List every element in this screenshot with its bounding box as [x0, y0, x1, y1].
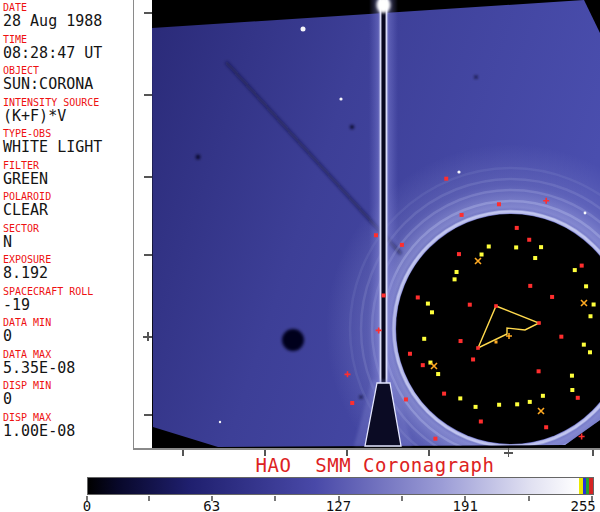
fiducial-dot: [430, 310, 434, 314]
field-value: GREEN: [3, 171, 133, 188]
fiducial-dot: [408, 352, 412, 356]
coronagraph-image-area[interactable]: [152, 0, 600, 448]
fiducial-dot: [497, 403, 501, 407]
fiducial-dot: [559, 335, 563, 339]
fiducial-dot: [541, 394, 545, 398]
colorbar-tick: [528, 496, 530, 501]
colorbar-tick: [274, 496, 276, 501]
fiducial-dot: [533, 256, 537, 260]
left-axis-tick: [144, 12, 152, 14]
fiducial-dot: [479, 419, 483, 423]
field-value: CLEAR: [3, 202, 133, 219]
star-point: [219, 421, 221, 423]
fiducial-dot: [471, 357, 475, 361]
fiducial-dot: [459, 339, 463, 343]
fiducial-dot: [487, 244, 491, 248]
field-value: 0: [3, 391, 133, 408]
field-spacecraft-roll: SPACECRAFT ROLL -19: [3, 286, 133, 318]
bottom-axis-tick: [264, 450, 266, 456]
fiducial-dot: [576, 396, 580, 400]
field-type-obs: TYPE-OBS WHITE LIGHT: [3, 128, 133, 160]
fiducial-dot: [588, 350, 592, 354]
field-label: SECTOR: [3, 223, 133, 234]
field-sector: SECTOR N: [3, 223, 133, 255]
field-filter: FILTER GREEN: [3, 160, 133, 192]
axis-horizontal-line: [133, 448, 600, 450]
fiducial-dot: [400, 243, 404, 247]
left-axis-tick: [144, 414, 152, 416]
field-value: -19: [3, 297, 133, 314]
pointer-vertex-dot: [537, 321, 541, 325]
dark-spot: [359, 395, 362, 398]
axis-vertical-line: [133, 0, 134, 449]
colorbar-tick-label: 63: [203, 499, 220, 512]
fiducial-dot: [460, 213, 464, 217]
bottom-axis-tick: [428, 450, 430, 456]
left-axis-tick: [144, 254, 152, 256]
field-data-min: DATA MIN 0: [3, 317, 133, 349]
fiducial-dot: [453, 277, 457, 281]
fiducial-dot: [528, 284, 532, 288]
pointer-vertex-dot: [494, 304, 498, 308]
field-value: 1.00E-08: [3, 423, 133, 440]
fiducial-dot: [514, 245, 518, 249]
page-title: HAO SMM Coronagraph: [150, 455, 600, 475]
dark-spot: [196, 155, 200, 159]
fiducial-dot: [544, 425, 548, 429]
fiducial-dot: [421, 363, 425, 367]
colorbar: [87, 477, 594, 495]
field-value: 5.35E-08: [3, 360, 133, 377]
fiducial-dot: [515, 402, 519, 406]
coronagraph-image[interactable]: [152, 0, 600, 448]
fiducial-dot: [527, 238, 531, 242]
bottom-axis-tick: [182, 450, 184, 456]
star-point: [339, 97, 342, 100]
fiducial-dot: [422, 337, 426, 341]
fiducial-dot: [458, 396, 462, 400]
left-axis-tick: [144, 94, 152, 96]
fiducial-dot: [468, 303, 472, 307]
fiducial-dot: [528, 400, 532, 404]
left-axis-plus: [147, 332, 149, 341]
field-data-max: DATA MAX 5.35E-08: [3, 349, 133, 381]
fiducial-dot: [480, 253, 484, 257]
field-disp-min: DISP MIN 0: [3, 380, 133, 412]
fiducial-dot: [442, 392, 446, 396]
colorbar-tick-label: 0: [83, 499, 91, 512]
field-value: 28 Aug 1988: [3, 13, 133, 30]
fiducial-dot: [457, 252, 461, 256]
field-value: 8.192: [3, 265, 133, 282]
field-label: DISP MAX: [3, 412, 133, 423]
fiducial-dot: [444, 177, 448, 181]
field-time: TIME 08:28:47 UT: [3, 34, 133, 66]
colorbar-tick: [148, 496, 150, 501]
app-window: DATE 28 Aug 1988 TIME 08:28:47 UT OBJECT…: [0, 0, 600, 512]
fiducial-dot: [455, 270, 459, 274]
fiducial-dot: [374, 233, 378, 237]
colorbar-tick-label: 191: [453, 499, 478, 512]
fiducial-dot: [570, 374, 574, 378]
fiducial-dot: [382, 293, 386, 297]
fiducial-dot: [426, 302, 430, 306]
field-label: INTENSITY SOURCE: [3, 97, 133, 108]
star-point: [457, 170, 460, 173]
fiducial-dot: [350, 401, 354, 405]
pointer-vertex-dot: [476, 346, 480, 350]
colorbar-tick-label: 255: [570, 499, 595, 512]
fiducial-dot: [497, 202, 501, 206]
field-value: SUN:CORONA: [3, 76, 133, 93]
fiducial-dot: [539, 245, 543, 249]
field-object: OBJECT SUN:CORONA: [3, 65, 133, 97]
fiducial-dot: [537, 369, 541, 373]
fiducial-dot: [436, 372, 440, 376]
metadata-sidebar: DATE 28 Aug 1988 TIME 08:28:47 UT OBJECT…: [0, 0, 133, 443]
bottom-axis-tick: [346, 450, 348, 456]
bottom-axis-plus: [508, 448, 510, 457]
field-value: WHITE LIGHT: [3, 139, 133, 156]
pylon-shaft: [369, 0, 398, 446]
fiducial-dot: [433, 437, 437, 441]
star-point: [584, 212, 587, 215]
left-axis-tick: [144, 176, 152, 178]
colorbar-tick: [401, 496, 403, 501]
pointer-orange-dot: [495, 341, 498, 344]
